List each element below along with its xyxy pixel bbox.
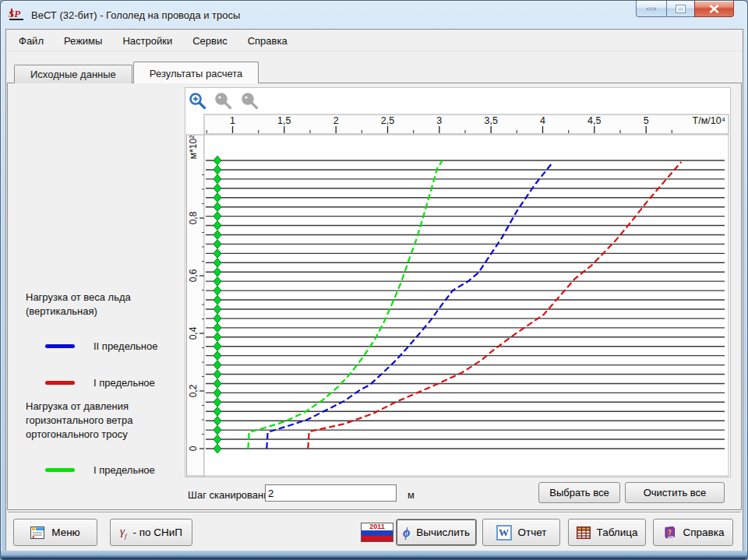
badge-year: 2011 bbox=[362, 523, 393, 530]
menu-button[interactable]: Меню bbox=[13, 519, 97, 546]
svg-text:3,5: 3,5 bbox=[485, 115, 498, 126]
badge-red-stripe bbox=[362, 536, 393, 541]
menu-button-label: Меню bbox=[51, 527, 80, 538]
svg-text:2: 2 bbox=[333, 115, 339, 126]
menu-help[interactable]: Справка bbox=[238, 31, 298, 51]
table-button[interactable]: Таблица bbox=[568, 519, 646, 546]
legend-swatch-red bbox=[45, 381, 75, 385]
help-button-label: Справка bbox=[683, 527, 725, 538]
svg-text:0,8: 0,8 bbox=[188, 211, 199, 224]
legend-item-ice-I: I предельное bbox=[45, 377, 155, 389]
svg-text:0,6: 0,6 bbox=[188, 269, 199, 282]
gamma-f-icon: γf bbox=[120, 525, 126, 540]
legend-group2-title: Нагрузка от давления горизонтального вет… bbox=[26, 400, 183, 442]
report-button-label: Отчет bbox=[518, 527, 547, 538]
russia-2011-badge: 2011 bbox=[361, 523, 393, 542]
title-bar: SP ВеСТ (32-бит) - Гололед на провода и … bbox=[1, 1, 747, 29]
legend-swatch-green bbox=[45, 468, 75, 472]
tab-calc-results[interactable]: Результаты расчета bbox=[133, 62, 259, 83]
table-button-label: Таблица bbox=[597, 527, 638, 538]
phi-icon: ϕ bbox=[403, 526, 410, 540]
svg-text:0,2: 0,2 bbox=[188, 384, 199, 397]
window-bottom-border bbox=[1, 551, 747, 559]
maximize-icon bbox=[676, 5, 685, 12]
svg-text:0: 0 bbox=[188, 446, 199, 451]
menu-modes[interactable]: Режимы bbox=[54, 31, 112, 51]
svg-text:?: ? bbox=[668, 528, 672, 536]
svg-text:Т/м/10⁴: Т/м/10⁴ bbox=[693, 115, 725, 126]
svg-text:1: 1 bbox=[230, 115, 235, 126]
tab-source-data[interactable]: Исходные данные bbox=[14, 65, 132, 83]
report-button[interactable]: W Отчет bbox=[482, 519, 560, 546]
close-button[interactable] bbox=[694, 1, 734, 17]
word-icon: W bbox=[496, 525, 512, 541]
toolbar-separator bbox=[8, 512, 741, 513]
help-book-icon: ? bbox=[662, 526, 677, 540]
select-all-button[interactable]: Выбрать все bbox=[538, 482, 620, 503]
svg-text:3: 3 bbox=[436, 115, 442, 126]
legend-label: I предельное bbox=[94, 377, 155, 389]
window-title: ВеСТ (32-бит) - Гололед на провода и тро… bbox=[31, 9, 240, 21]
svg-text:SP: SP bbox=[9, 8, 21, 19]
svg-text:2,5: 2,5 bbox=[381, 115, 394, 126]
menu-file[interactable]: Файл bbox=[9, 31, 54, 51]
minimize-icon bbox=[647, 8, 656, 10]
window-controls bbox=[636, 1, 734, 17]
scan-step-label: Шаг сканирования bbox=[188, 489, 275, 501]
legend-swatch-blue bbox=[45, 344, 75, 348]
svg-text:м*10²: м*10² bbox=[188, 136, 199, 159]
svg-text:4: 4 bbox=[540, 115, 545, 126]
legend-item-wind-I: I предельное bbox=[45, 464, 155, 476]
gamma-snip-label: - по СНиП bbox=[132, 527, 182, 538]
svg-text:0,4: 0,4 bbox=[188, 326, 199, 340]
chart-panel: 11,522,533,544,55Т/м/10⁴00,20,40,60,8м*1… bbox=[185, 87, 731, 477]
clear-all-button[interactable]: Очистить все bbox=[625, 482, 725, 503]
tab-strip: Исходные данные Результаты расчета bbox=[14, 62, 259, 83]
svg-text:5: 5 bbox=[644, 115, 649, 126]
gamma-snip-button[interactable]: γf - по СНиП bbox=[110, 519, 192, 546]
legend-item-ice-II: II предельное bbox=[45, 340, 157, 352]
svg-text:1,5: 1,5 bbox=[277, 115, 291, 126]
results-chart[interactable]: 11,522,533,544,55Т/м/10⁴00,20,40,60,8м*1… bbox=[185, 88, 731, 477]
app-window: SP ВеСТ (32-бит) - Гололед на провода и … bbox=[0, 0, 748, 560]
legend-group1-title: Нагрузка от веса льда (вертикальная) bbox=[26, 291, 183, 319]
help-button[interactable]: ? Справка bbox=[653, 519, 733, 546]
close-icon bbox=[709, 5, 719, 13]
legend-label: I предельное bbox=[94, 464, 155, 476]
maximize-button[interactable] bbox=[667, 1, 694, 17]
legend-label: II предельное bbox=[94, 340, 157, 352]
menu-bar: Файл Режимы Настройки Сервис Справка bbox=[6, 30, 743, 51]
menu-window-icon bbox=[30, 527, 45, 539]
client-area: Файл Режимы Настройки Сервис Справка Исх… bbox=[5, 29, 743, 552]
app-icon: SP bbox=[8, 6, 26, 23]
compute-button-label: Вычислить bbox=[416, 527, 470, 538]
compute-button[interactable]: ϕ Вычислить bbox=[396, 519, 477, 546]
results-tab-panel: Нагрузка от веса льда (вертикальная) II … bbox=[7, 83, 742, 510]
badge-blue-stripe bbox=[362, 530, 393, 536]
minimize-button[interactable] bbox=[636, 1, 667, 17]
svg-text:4,5: 4,5 bbox=[587, 115, 601, 126]
table-icon bbox=[577, 527, 591, 539]
menu-settings[interactable]: Настройки bbox=[112, 31, 182, 51]
scan-step-unit: м bbox=[408, 489, 415, 501]
menu-service[interactable]: Сервис bbox=[182, 31, 238, 51]
scan-step-input[interactable] bbox=[265, 484, 397, 502]
